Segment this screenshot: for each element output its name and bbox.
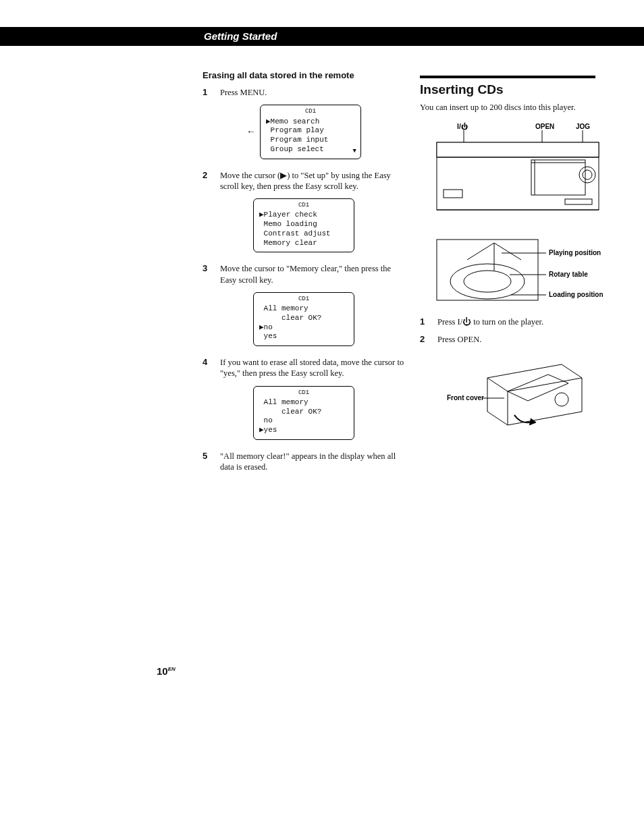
- step-number: 3: [203, 263, 212, 285]
- lcd-figure-3: CD1 All memory clear OK? ▶no yes: [203, 292, 405, 346]
- front-cover-label: Front cover: [447, 394, 484, 401]
- lcd-figure-2: CD1 ▶Player check Memo loading Contrast …: [203, 198, 405, 252]
- lcd-row: ▶no: [259, 323, 348, 333]
- svg-point-15: [450, 264, 525, 299]
- lcd-header: CD1: [266, 108, 355, 115]
- step-number: 1: [420, 316, 429, 327]
- svg-point-16: [464, 271, 511, 292]
- step-text: Move the cursor to "Memory clear," then …: [220, 263, 405, 285]
- lcd-screen: CD1 All memory clear OK? no ▶yes: [253, 386, 354, 440]
- right-column: Inserting CDs You can insert up to 200 d…: [420, 76, 616, 448]
- down-triangle-icon: ▼: [353, 148, 356, 155]
- lcd-screen: CD1 ▶Memo search Program play Program in…: [260, 105, 361, 159]
- lcd-row: ▶Player check: [259, 211, 348, 220]
- lcd-row: clear OK?: [259, 314, 348, 323]
- svg-point-4: [579, 167, 595, 183]
- step-number: 2: [203, 170, 212, 192]
- front-cover-diagram: Front cover: [447, 358, 589, 439]
- power-label: I/⏻: [457, 122, 468, 130]
- lcd-row: Memory clear: [259, 239, 348, 248]
- step-number: 1: [203, 87, 212, 98]
- step-text: Press MENU.: [220, 87, 405, 98]
- rotary-table-diagram: Playing position Rotary table Loading po…: [430, 233, 606, 307]
- jog-label: JOG: [576, 123, 590, 130]
- lcd-row: Group select: [266, 145, 355, 155]
- lcd-figure-1: ← CD1 ▶Memo search Program play Program …: [203, 105, 405, 159]
- lcd-row: All memory: [259, 304, 348, 314]
- playing-position-label: Playing position: [549, 249, 601, 256]
- right-section-heading: Inserting CDs: [420, 82, 616, 97]
- section-rule: [420, 76, 595, 78]
- lcd-header: CD1: [259, 296, 348, 303]
- section-header-bar: Getting Started: [0, 27, 644, 46]
- svg-point-5: [583, 170, 592, 179]
- right-step-2: 2 Press OPEN.: [420, 334, 616, 345]
- pointer-arrow-icon: ←: [246, 126, 256, 137]
- page-number: 10EN: [157, 665, 176, 677]
- step-text: "All memory clear!" appears in the displ…: [220, 451, 405, 473]
- lcd-figure-4: CD1 All memory clear OK? no ▶yes: [203, 386, 405, 440]
- svg-rect-14: [437, 240, 538, 300]
- step-number: 2: [420, 334, 429, 345]
- lcd-row: yes: [259, 332, 348, 341]
- lcd-row: ▶Memo search: [266, 117, 355, 127]
- lcd-row: Program input: [266, 136, 355, 145]
- device-top-diagram: I/⏻ OPEN JOG: [430, 122, 606, 223]
- lcd-screen: CD1 All memory clear OK? ▶no yes: [253, 292, 354, 346]
- lcd-row: Memo loading: [259, 220, 348, 229]
- rotary-table-label: Rotary table: [549, 271, 588, 278]
- lcd-header: CD1: [259, 389, 348, 397]
- section-header-title: Getting Started: [204, 27, 277, 46]
- step-5: 5 "All memory clear!" appears in the dis…: [203, 451, 405, 473]
- open-label: OPEN: [535, 123, 554, 130]
- lcd-row: no: [259, 416, 348, 426]
- lcd-header: CD1: [259, 202, 348, 209]
- step-4: 4 If you want to erase all stored data, …: [203, 357, 405, 379]
- right-intro-text: You can insert up to 200 discs into this…: [420, 103, 616, 113]
- step-number: 4: [203, 357, 212, 379]
- svg-rect-3: [531, 160, 585, 195]
- left-column: Erasing all data stored in the remote 1 …: [203, 70, 405, 479]
- page-number-suffix: EN: [168, 666, 176, 672]
- lcd-screen: CD1 ▶Player check Memo loading Contrast …: [253, 198, 354, 252]
- step-text: Press I/⏻ to turn on the player.: [437, 316, 616, 327]
- svg-rect-7: [565, 199, 592, 204]
- lcd-row: clear OK?: [259, 408, 348, 417]
- svg-rect-6: [444, 190, 462, 198]
- step-text: If you want to erase all stored data, mo…: [220, 357, 405, 379]
- step-number: 5: [203, 451, 212, 473]
- loading-position-label: Loading position: [549, 291, 603, 298]
- left-subheading: Erasing all data stored in the remote: [203, 70, 405, 80]
- lcd-row: Program play: [266, 126, 355, 136]
- svg-rect-1: [437, 142, 599, 157]
- lcd-row: ▶yes: [259, 426, 348, 435]
- lcd-row: Contrast adjust: [259, 229, 348, 239]
- svg-point-21: [555, 393, 568, 406]
- page-number-value: 10: [157, 665, 168, 677]
- lcd-row: All memory: [259, 398, 348, 408]
- step-text: Press OPEN.: [437, 334, 616, 345]
- step-3: 3 Move the cursor to "Memory clear," the…: [203, 263, 405, 285]
- step-1: 1 Press MENU.: [203, 87, 405, 98]
- step-2: 2 Move the cursor (▶) to "Set up" by usi…: [203, 170, 405, 192]
- right-step-1: 1 Press I/⏻ to turn on the player.: [420, 316, 616, 327]
- step-text: Move the cursor (▶) to "Set up" by using…: [220, 170, 405, 192]
